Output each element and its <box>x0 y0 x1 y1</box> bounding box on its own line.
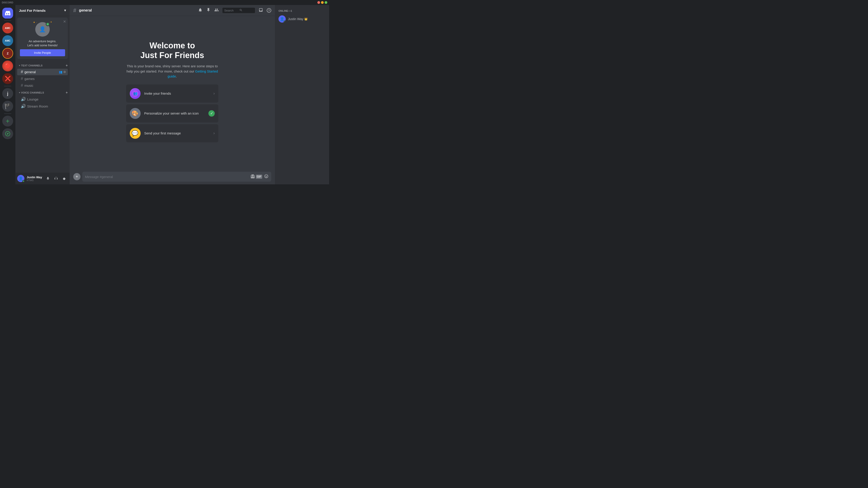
member-item-justin[interactable]: 👤 Justin Way 👑 <box>277 14 327 24</box>
maximize-btn[interactable] <box>324 1 327 4</box>
svg-text:🎨: 🎨 <box>131 110 138 117</box>
pin-icon[interactable] <box>206 8 211 13</box>
search-box[interactable]: Search <box>222 8 255 13</box>
channel-item-lounge[interactable]: 🔊 Lounge <box>17 96 68 103</box>
server-name: Just For Friends <box>19 8 46 12</box>
server-icon-zserver[interactable]: Z <box>2 48 13 59</box>
main-header: # general Search <box>70 5 275 16</box>
add-attachment-button[interactable]: + <box>73 173 81 180</box>
channel-item-general[interactable]: # general 👥 ⚙ <box>17 69 68 75</box>
invite-people-button[interactable]: Invite People <box>20 49 65 56</box>
close-btn[interactable] <box>317 1 320 4</box>
add-text-channel-icon[interactable]: + <box>66 64 68 68</box>
message-input[interactable] <box>85 175 249 179</box>
minimize-btn[interactable] <box>321 1 324 4</box>
search-placeholder: Search <box>224 9 238 12</box>
crown-icon: 👑 <box>304 18 308 21</box>
invite-friends-card[interactable]: 👥 Invite your friends › <box>126 85 218 103</box>
voice-channel-icon-2: 🔊 <box>21 104 26 109</box>
invite-text: An adventure begins. Let's add some frie… <box>20 39 65 47</box>
content-area: Welcome to Just For Friends This is your… <box>70 16 275 169</box>
titlebar: DISCORD <box>0 0 329 5</box>
invite-friends-label: Invite your friends <box>144 92 213 95</box>
user-settings-button[interactable] <box>61 175 68 182</box>
user-status-dot <box>22 180 25 182</box>
username: Justin Way <box>27 175 43 179</box>
server-divider <box>4 20 11 21</box>
channel-actions: 👥 ⚙ <box>59 70 66 74</box>
right-panel: ONLINE—1 👤 Justin Way 👑 <box>275 5 329 184</box>
personalize-label: Personalize your server with an icon <box>144 111 209 115</box>
channel-item-stream-room[interactable]: 🔊 Stream Room <box>17 103 68 109</box>
user-info: Justin Way #7945 <box>27 175 43 182</box>
search-icon <box>239 8 253 12</box>
header-channel-name: general <box>79 8 92 12</box>
text-channels-chevron-icon: ▾ <box>19 64 20 67</box>
personalize-card[interactable]: 🎨 Personalize your server with an icon ✓ <box>126 104 218 123</box>
main-content: # general Search <box>70 5 275 184</box>
app: AMC AMC Z 🔴 ❌ j 🏴 + Just For Friends ▾ <box>0 5 329 184</box>
server-icon-xserver[interactable]: ❌ <box>2 73 13 84</box>
server-divider-2 <box>4 86 11 86</box>
sparkle-left-icon: ✦ · <box>33 21 37 24</box>
text-channel-icon-2: # <box>21 76 23 81</box>
server-divider-3 <box>4 113 11 114</box>
user-controls <box>44 175 68 182</box>
gift-icon[interactable] <box>250 174 255 180</box>
invite-friends-arrow-icon: › <box>213 91 215 96</box>
member-avatar-justin: 👤 <box>278 15 286 23</box>
first-message-card[interactable]: 💬 Send your first message › <box>126 124 218 142</box>
server-sidebar: AMC AMC Z 🔴 ❌ j 🏴 + <box>0 5 16 184</box>
server-icon-pirate[interactable]: 🏴 <box>2 101 13 111</box>
app-title: DISCORD <box>2 1 13 4</box>
server-icon-amc2[interactable]: AMC <box>2 35 13 46</box>
invite-popup-close[interactable]: ✕ <box>63 20 66 24</box>
text-channel-icon: # <box>21 70 23 74</box>
text-channels-section: ▾ TEXT CHANNELS + # general 👥 ⚙ # games <box>16 63 70 89</box>
invite-friends-icon: 👥 <box>130 88 141 99</box>
emoji-icon[interactable] <box>264 174 269 180</box>
gif-icon[interactable]: GIF <box>256 175 262 179</box>
window-controls[interactable] <box>317 1 327 4</box>
server-chevron-icon: ▾ <box>64 8 66 12</box>
members-icon[interactable] <box>214 8 219 13</box>
first-message-icon: 💬 <box>130 128 141 139</box>
voice-channels-chevron-icon: ▾ <box>19 92 20 94</box>
server-header[interactable]: Just For Friends ▾ <box>16 5 70 16</box>
explore-button[interactable] <box>2 128 13 139</box>
first-message-arrow-icon: › <box>213 131 215 135</box>
server-icon-rserver[interactable]: 🔴 <box>2 61 13 71</box>
channel-item-games[interactable]: # games <box>17 75 68 82</box>
inbox-icon[interactable] <box>258 8 263 13</box>
invite-avatar-area: ✦ · · ✦ 👤 + <box>20 20 65 37</box>
personalize-icon: 🎨 <box>130 108 141 119</box>
channel-settings-icon[interactable]: ⚙ <box>63 70 66 74</box>
voice-channels-section: ▾ VOICE CHANNELS + 🔊 Lounge 🔊 Stream Roo… <box>16 90 70 109</box>
server-icon-amc1[interactable]: AMC <box>2 23 13 33</box>
mic-button[interactable] <box>44 175 52 182</box>
discriminator: #7945 <box>27 179 43 182</box>
text-channels-header[interactable]: ▾ TEXT CHANNELS + <box>16 63 70 68</box>
svg-text:💬: 💬 <box>131 130 138 136</box>
svg-text:👥: 👥 <box>133 91 138 96</box>
welcome-title: Welcome to Just For Friends <box>126 41 218 60</box>
add-server-button[interactable]: + <box>2 116 13 127</box>
voice-channels-header[interactable]: ▾ VOICE CHANNELS + <box>16 90 70 96</box>
add-voice-channel-icon[interactable]: + <box>66 91 68 95</box>
message-bar: + GIF <box>70 169 275 184</box>
server-icon-home[interactable] <box>2 8 13 19</box>
server-icon-jserver[interactable]: j <box>2 88 13 99</box>
header-hash-icon: # <box>73 7 76 13</box>
first-message-label: Send your first message <box>144 131 213 135</box>
invite-popup: ✕ ✦ · · ✦ 👤 + An adventure begins. Let's… <box>17 18 68 59</box>
add-member-icon[interactable]: 👥 <box>59 70 62 74</box>
user-bar: 👤 Justin Way #7945 <box>16 173 70 184</box>
header-icons: Search ? <box>198 8 271 13</box>
help-icon[interactable]: ? <box>267 8 271 13</box>
headphones-button[interactable] <box>53 175 60 182</box>
channel-item-music[interactable]: # music <box>17 82 68 89</box>
invite-avatar-badge: + <box>46 22 50 26</box>
bell-icon[interactable] <box>198 8 203 13</box>
invite-avatar-wrap: ✦ · · ✦ 👤 + <box>35 22 50 37</box>
online-header: ONLINE—1 <box>277 8 327 13</box>
